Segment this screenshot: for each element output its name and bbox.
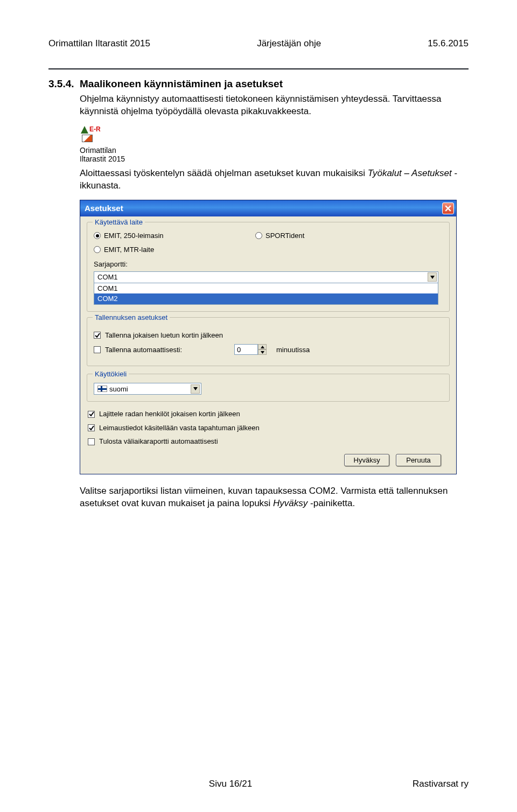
footer-right: Rastivarsat ry	[413, 778, 469, 790]
chevron-down-icon	[261, 351, 264, 354]
serial-port-combobox[interactable]: COM1	[94, 271, 438, 283]
checkbox-icon	[88, 438, 95, 445]
group-language: Käyttökieli suomi	[87, 374, 450, 402]
ok-button[interactable]: Hyväksy	[344, 454, 389, 466]
footer-center: Sivu 16/21	[209, 778, 252, 790]
cancel-button[interactable]: Peruuta	[396, 454, 441, 466]
checkbox-save-every-card[interactable]: Tallenna jokaisen luetun kortin jälkeen	[94, 331, 443, 340]
para3-em: Hyväksy	[273, 498, 308, 508]
serial-port-dropdown-list[interactable]: COM1 COM2	[94, 283, 438, 305]
app-shortcut-icon: E-R Orimattilan Iltarastit 2015	[80, 125, 469, 163]
chevron-down-icon	[430, 276, 435, 279]
checkbox-label-print-report: Tulosta väliaikaraportti automaattisesti	[99, 437, 218, 446]
close-button[interactable]	[442, 202, 454, 214]
checkbox-save-auto[interactable]: Tallenna automaattisesti: minuutissa	[94, 344, 443, 355]
icon-caption-line2: Iltarastit 2015	[80, 155, 469, 163]
icon-caption-line1: Orimattilan	[80, 146, 469, 155]
checkbox-sort-persons[interactable]: Lajittele radan henkilöt jokaisen kortin…	[88, 409, 450, 419]
close-icon	[445, 205, 451, 212]
radio-sportident[interactable]: SPORTident	[255, 231, 304, 241]
chevron-down-icon	[193, 387, 198, 390]
dialog-title-text: Asetukset	[85, 203, 123, 214]
auto-minutes-input[interactable]	[234, 344, 258, 355]
radio-label-emit-mtr: EMIT, MTR-laite	[104, 245, 154, 255]
document-footer: Sivu 16/21 Rastivarsat ry	[48, 778, 469, 790]
checkbox-label-save-every-card: Tallenna jokaisen luetun kortin jälkeen	[105, 331, 223, 340]
paragraph-2: Aloittaessasi työskentelyn säädä ohjelma…	[80, 167, 469, 192]
serial-port-value: COM1	[97, 272, 118, 282]
document-header: Orimattilan Iltarastit 2015 Järjestäjän …	[48, 38, 469, 50]
spinner-up-button[interactable]	[258, 344, 267, 349]
group-save: Tallennuksen asetukset Tallenna jokaisen…	[87, 317, 450, 367]
header-right: 15.6.2015	[428, 38, 469, 50]
radio-emit-250[interactable]: EMIT, 250-leimasin	[94, 231, 255, 241]
checkbox-label-sort-persons: Lajittele radan henkilöt jokaisen kortin…	[99, 409, 240, 419]
paragraph-1: Ohjelma käynnistyy automaattisesti tieto…	[80, 93, 469, 118]
serial-port-option-com2[interactable]: COM2	[94, 293, 438, 304]
group-device: Käytettävä laite EMIT, 250-leimasin SPOR…	[87, 222, 450, 312]
language-combobox[interactable]: suomi	[94, 383, 201, 395]
group-save-legend: Tallennuksen asetukset	[93, 313, 170, 323]
para2-em: Työkalut – Asetukset	[368, 168, 452, 178]
paragraph-3: Valitse sarjaportiksi listan viimeinen, …	[80, 485, 469, 510]
dialog-button-row: Hyväksy Peruuta	[87, 451, 450, 466]
flag-finland-icon	[97, 386, 107, 392]
group-language-legend: Käyttökieli	[93, 369, 129, 379]
orienteering-flag-icon	[82, 135, 93, 142]
header-center: Järjestäjän ohje	[257, 38, 321, 50]
serial-port-label: Sarjaportti:	[94, 260, 443, 269]
serial-port-option-com1[interactable]: COM1	[94, 283, 438, 294]
checkbox-stamp-after-event[interactable]: Leimaustiedot käsitellään vasta tapahtum…	[88, 423, 450, 433]
dialog-titlebar[interactable]: Asetukset	[80, 200, 456, 216]
radio-icon	[255, 232, 262, 239]
radio-icon	[94, 232, 101, 239]
auto-minutes-unit: minuutissa	[276, 345, 310, 355]
checkbox-print-report[interactable]: Tulosta väliaikaraportti automaattisesti	[88, 437, 450, 446]
combobox-arrow-button[interactable]	[428, 272, 437, 282]
para3-post: -painiketta.	[308, 498, 355, 508]
section-heading: 3.5.4. Maalikoneen käynnistäminen ja ase…	[48, 77, 469, 91]
checkbox-label-save-auto: Tallenna automaattisesti:	[105, 345, 230, 355]
radio-icon	[94, 246, 101, 253]
language-value: suomi	[109, 384, 128, 394]
radio-label-sportident: SPORTident	[266, 231, 304, 241]
settings-dialog: Asetukset Käytettävä laite EMIT, 250-lei…	[80, 200, 457, 474]
er-text: E-R	[89, 125, 101, 134]
para3-pre: Valitse sarjaportiksi listan viimeinen, …	[80, 486, 448, 508]
radio-emit-mtr[interactable]: EMIT, MTR-laite	[94, 245, 443, 255]
chevron-up-icon	[261, 346, 264, 348]
combobox-arrow-button[interactable]	[191, 384, 200, 394]
spinner-down-button[interactable]	[258, 349, 267, 355]
header-left: Orimattilan Iltarastit 2015	[48, 38, 150, 50]
auto-minutes-spinner[interactable]	[234, 344, 267, 355]
section-number: 3.5.4.	[48, 77, 80, 91]
para2-pre: Aloittaessasi työskentelyn säädä ohjelma…	[80, 168, 368, 178]
checkbox-icon	[88, 424, 95, 431]
checkbox-icon	[94, 346, 101, 353]
group-device-legend: Käytettävä laite	[93, 218, 145, 227]
radio-label-emit-250: EMIT, 250-leimasin	[104, 231, 164, 241]
checkbox-label-stamp-after-event: Leimaustiedot käsitellään vasta tapahtum…	[99, 423, 260, 433]
header-rule	[48, 68, 469, 69]
checkbox-icon	[94, 332, 101, 339]
checkbox-icon	[88, 411, 95, 418]
section-title: Maalikoneen käynnistäminen ja asetukset	[80, 77, 283, 91]
